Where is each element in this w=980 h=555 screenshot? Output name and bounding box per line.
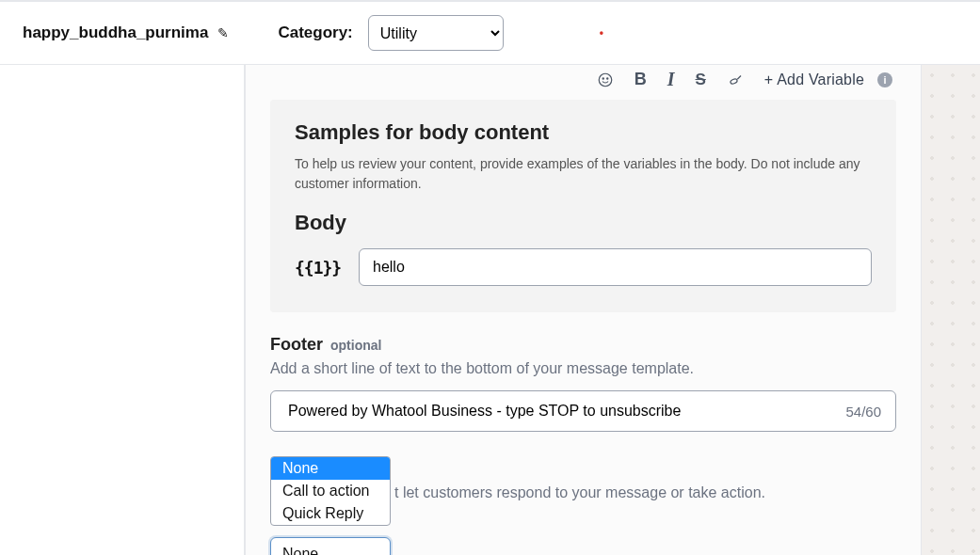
code-icon[interactable] [727,71,744,88]
dropdown-option-quickreply[interactable]: Quick Reply [271,502,390,525]
content-column: B I S + Add Variable i Samples for body … [245,65,922,555]
template-name: happy_buddha_purnima [23,24,208,42]
category-select[interactable]: Utility [368,15,504,51]
svg-point-3 [730,77,738,84]
samples-box: Samples for body content To help us revi… [270,100,896,312]
svg-point-0 [599,73,612,87]
chevron-down-icon: ⌄ [369,547,378,555]
footer-char-count: 54/60 [845,404,881,420]
content-wrap: B I S + Add Variable i Samples for body … [0,65,980,555]
variable-tag-1: {{1}} [295,258,342,278]
required-indicator: • [600,26,603,40]
samples-desc: To help us review your content, provide … [295,154,872,194]
footer-input[interactable] [270,390,896,432]
info-icon[interactable]: i [877,72,892,87]
edit-icon[interactable]: ✎ [217,25,229,40]
footer-title: Footer [270,335,323,355]
buttons-dropdown-list[interactable]: None Call to action Quick Reply [270,456,391,526]
buttons-section: None Call to action Quick Reply None ⌄ t… [270,454,896,501]
variable-1-input[interactable] [359,248,872,286]
dropdown-option-calltoaction[interactable]: Call to action [271,480,390,502]
footer-section: Footer optional Add a short line of text… [270,335,896,432]
body-row: {{1}} [295,248,872,286]
footer-optional: optional [330,338,381,353]
footer-desc: Add a short line of text to the bottom o… [270,360,896,377]
bold-icon[interactable]: B [635,70,647,89]
samples-title: Samples for body content [295,120,872,145]
preview-pattern [922,65,980,555]
svg-point-1 [602,77,603,78]
left-gutter [0,65,245,555]
category-label: Category: [278,24,352,42]
editor-toolbar: B I S + Add Variable i [270,65,896,100]
svg-point-2 [606,77,607,78]
dropdown-option-none[interactable]: None [271,457,390,480]
add-variable-button[interactable]: + Add Variable [764,71,864,88]
body-label: Body [295,211,872,235]
strike-icon[interactable]: S [696,71,706,89]
top-bar: happy_buddha_purnima ✎ Category: Utility… [0,0,980,65]
buttons-select[interactable]: None ⌄ [270,537,391,555]
buttons-select-value: None [282,546,318,555]
italic-icon[interactable]: I [667,69,675,90]
emoji-icon[interactable] [597,71,614,88]
